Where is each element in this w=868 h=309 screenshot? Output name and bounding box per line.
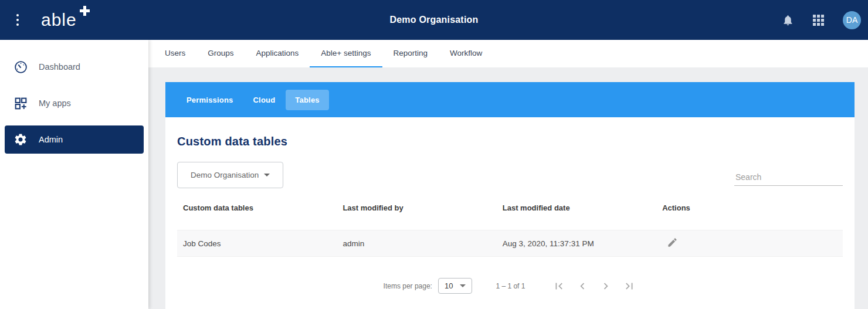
table-header-row: Custom data tables Last modified by Last… [177,199,843,213]
sidebar: Dashboard My apps Admin [0,40,148,309]
content-card: Permissions Cloud Tables Custom data tab… [165,82,855,309]
tab-reporting[interactable]: Reporting [382,40,439,67]
items-per-page-label: Items per page: [384,282,432,290]
topbar: able Demo Organisation DA [0,0,868,40]
subtab-cloud[interactable]: Cloud [244,90,285,110]
user-avatar[interactable]: DA [843,11,861,29]
items-per-page-value: 10 [445,281,453,290]
section-heading: Custom data tables [177,135,843,148]
column-header-modified-date: Last modified date [497,203,656,212]
edit-pencil-icon[interactable] [662,237,678,250]
main-content: Users Groups Applications Able+ settings… [148,40,868,309]
sidebar-item-dashboard[interactable]: Dashboard [5,53,144,81]
sidebar-item-my-apps[interactable]: My apps [5,89,144,117]
last-page-icon[interactable] [622,279,636,293]
gear-icon [13,132,28,147]
organisation-dropdown-label: Demo Organisation [191,171,259,179]
subtab-bar: Permissions Cloud Tables [165,82,855,117]
table-controls: Demo Organisation [177,162,843,188]
card-body: Custom data tables Demo Organisation Cus… [165,135,855,294]
brand-plus-icon [80,6,90,16]
brand-logo-text: able [41,10,77,29]
tab-applications[interactable]: Applications [245,40,310,67]
kebab-menu-icon[interactable] [8,8,27,32]
previous-page-icon[interactable] [575,279,589,293]
tab-groups[interactable]: Groups [196,40,245,67]
search-input[interactable] [734,169,843,186]
cell-actions [656,237,843,250]
table-row: Job Codes admin Aug 3, 2020, 11:37:31 PM [177,230,843,257]
apps-grid-icon[interactable] [813,15,824,26]
cell-modified-by: admin [337,239,496,248]
chevron-down-icon [460,284,466,287]
column-header-actions: Actions [656,203,843,212]
cell-modified-date: Aug 3, 2020, 11:37:31 PM [497,239,656,248]
topbar-actions: DA [782,11,861,29]
chevron-down-icon [264,174,270,176]
cell-table-name: Job Codes [177,239,337,248]
organisation-dropdown[interactable]: Demo Organisation [177,162,283,188]
pagination: Items per page: 10 1 – 1 of 1 [177,278,843,294]
custom-data-tables-table: Custom data tables Last modified by Last… [177,199,843,257]
first-page-icon[interactable] [552,279,566,293]
brand-logo: able [41,11,90,29]
tab-able-settings[interactable]: Able+ settings [310,40,382,67]
sidebar-item-label: Admin [39,135,63,144]
subtab-permissions[interactable]: Permissions [177,90,243,110]
sidebar-item-label: My apps [39,99,71,108]
items-per-page-select[interactable]: 10 [438,278,472,294]
tab-users[interactable]: Users [154,40,196,67]
pager-buttons [552,279,636,293]
pagination-range-label: 1 – 1 of 1 [496,282,525,290]
sidebar-item-label: Dashboard [39,62,80,72]
subtab-tables[interactable]: Tables [286,90,328,110]
sidebar-item-admin[interactable]: Admin [5,125,144,154]
column-header-modified-by: Last modified by [337,203,496,212]
page-title: Demo Organisation [390,15,479,25]
next-page-icon[interactable] [599,279,613,293]
notifications-bell-icon[interactable] [782,14,794,26]
column-header-name: Custom data tables [177,203,337,212]
main-tabs: Users Groups Applications Able+ settings… [148,40,868,67]
apps-plus-icon [13,96,28,111]
gauge-icon [13,59,28,74]
tab-workflow[interactable]: Workflow [439,40,493,67]
